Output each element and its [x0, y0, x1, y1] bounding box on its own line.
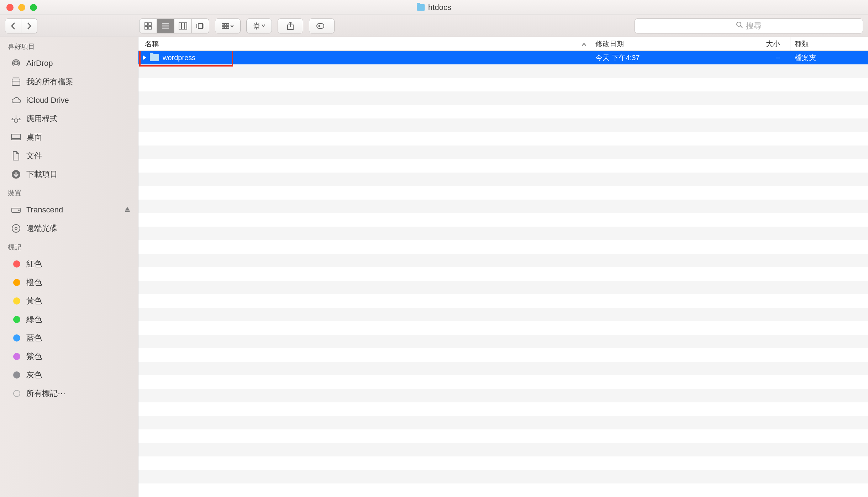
- action-button[interactable]: [246, 18, 272, 33]
- body: 喜好項目AirDrop我的所有檔案iCloud Drive應用程式桌面文件下載項…: [0, 37, 868, 497]
- sidebar-item-tag-blue[interactable]: 藍色: [0, 329, 138, 347]
- cell-kind: 檔案夾: [790, 53, 868, 63]
- empty-row: [138, 213, 868, 227]
- svg-point-48: [12, 224, 20, 232]
- sidebar-item-tag-purple[interactable]: 紫色: [0, 347, 138, 366]
- folder-icon: [417, 4, 425, 11]
- sidebar-item-label: 綠色: [26, 314, 42, 325]
- column-header-kind[interactable]: 種類: [790, 37, 868, 51]
- search-field[interactable]: 搜尋: [635, 18, 863, 33]
- empty-row: [138, 294, 868, 308]
- empty-row: [138, 348, 868, 362]
- empty-row: [138, 91, 868, 105]
- minimize-button[interactable]: [18, 4, 25, 11]
- icon-view-button[interactable]: [139, 18, 157, 33]
- share-button[interactable]: [278, 18, 303, 33]
- empty-row: [138, 402, 868, 416]
- svg-point-49: [15, 227, 17, 229]
- sidebar-heading: 裝置: [0, 184, 138, 201]
- sidebar-item-tag-green[interactable]: 綠色: [0, 310, 138, 329]
- sidebar-item-downloads[interactable]: 下載項目: [0, 165, 138, 184]
- sidebar-item-label: 藍色: [26, 333, 42, 343]
- sidebar-heading: 喜好項目: [0, 37, 138, 54]
- column-header-name[interactable]: 名稱: [138, 37, 591, 51]
- sidebar-item-documents[interactable]: 文件: [0, 147, 138, 165]
- svg-line-24: [254, 23, 255, 24]
- svg-rect-2: [145, 27, 147, 29]
- empty-row: [138, 375, 868, 389]
- allfiles-icon: [11, 76, 21, 87]
- empty-row: [138, 146, 868, 159]
- tag-icon: [11, 314, 21, 325]
- close-button[interactable]: [6, 4, 14, 11]
- zoom-button[interactable]: [30, 4, 37, 11]
- list-view-button[interactable]: [157, 18, 174, 33]
- cell-date: 今天 下午4:37: [591, 53, 719, 63]
- sidebar-item-label: Transcend: [26, 205, 63, 215]
- sidebar-item-label: 橙色: [26, 277, 42, 288]
- sidebar-item-label: 我的所有檔案: [26, 76, 73, 87]
- sidebar-item-apps[interactable]: 應用程式: [0, 110, 138, 128]
- sidebar-item-remotedisc[interactable]: 遠端光碟: [0, 219, 138, 238]
- forward-button[interactable]: [21, 18, 37, 33]
- column-header-date[interactable]: 修改日期: [591, 37, 719, 51]
- empty-row: [138, 443, 868, 456]
- svg-line-27: [258, 23, 259, 24]
- tag-icon: [11, 296, 21, 306]
- empty-row: [138, 200, 868, 213]
- empty-row: [138, 456, 868, 470]
- empty-row: [138, 132, 868, 146]
- cloud-icon: [11, 95, 21, 106]
- disclosure-triangle-icon[interactable]: [143, 55, 146, 60]
- sidebar-item-label: 紫色: [26, 351, 42, 362]
- empty-row: [138, 416, 868, 429]
- sidebar-item-label: 應用程式: [26, 113, 58, 124]
- svg-rect-14: [225, 23, 226, 25]
- empty-row: [138, 173, 868, 186]
- sidebar-item-label: 紅色: [26, 259, 42, 269]
- back-button[interactable]: [5, 18, 21, 33]
- arrange-button[interactable]: [215, 18, 241, 33]
- eject-icon[interactable]: [125, 205, 130, 215]
- empty-row: [138, 240, 868, 254]
- column-header-size[interactable]: 大小: [719, 37, 790, 51]
- sidebar-item-allfiles[interactable]: 我的所有檔案: [0, 73, 138, 91]
- sidebar-item-tag-gray[interactable]: 灰色: [0, 366, 138, 384]
- search-placeholder: 搜尋: [746, 21, 762, 31]
- sidebar-item-label: 遠端光碟: [26, 223, 58, 234]
- sidebar-item-label: 黃色: [26, 296, 42, 306]
- svg-rect-35: [12, 79, 20, 85]
- empty-row: [138, 267, 868, 281]
- svg-point-39: [14, 119, 18, 122]
- empty-row: [138, 227, 868, 240]
- tags-button[interactable]: [309, 18, 335, 33]
- empty-row: [138, 335, 868, 348]
- coverflow-view-button[interactable]: [192, 18, 209, 33]
- file-list[interactable]: wordpress今天 下午4:37--檔案夾: [138, 51, 868, 497]
- sidebar-item-tag-yellow[interactable]: 黃色: [0, 292, 138, 310]
- document-icon: [11, 150, 21, 161]
- file-row[interactable]: wordpress今天 下午4:37--檔案夾: [138, 51, 868, 64]
- titlebar: htdocs: [0, 0, 868, 15]
- toolbar: 搜尋: [0, 15, 868, 37]
- sidebar-item-label: 下載項目: [26, 169, 58, 180]
- sidebar-item-transcend[interactable]: Transcend: [0, 201, 138, 219]
- sidebar-item-tag-orange[interactable]: 橙色: [0, 273, 138, 292]
- column-view-button[interactable]: [174, 18, 192, 33]
- empty-row: [138, 321, 868, 335]
- sidebar-item-tag-all[interactable]: 所有標記⋯: [0, 384, 138, 403]
- sidebar-item-icloud[interactable]: iCloud Drive: [0, 91, 138, 110]
- svg-point-34: [15, 62, 17, 65]
- empty-row: [138, 483, 868, 497]
- sidebar: 喜好項目AirDrop我的所有檔案iCloud Drive應用程式桌面文件下載項…: [0, 37, 138, 497]
- svg-rect-40: [11, 134, 21, 140]
- sidebar-item-desktop[interactable]: 桌面: [0, 128, 138, 147]
- sidebar-item-tag-red[interactable]: 紅色: [0, 255, 138, 273]
- empty-row: [138, 389, 868, 402]
- svg-point-31: [319, 25, 320, 26]
- sidebar-item-airdrop[interactable]: AirDrop: [0, 54, 138, 73]
- search-icon: [736, 21, 743, 31]
- svg-rect-30: [317, 23, 324, 28]
- nav-buttons: [5, 18, 37, 33]
- tag-icon: [11, 370, 21, 380]
